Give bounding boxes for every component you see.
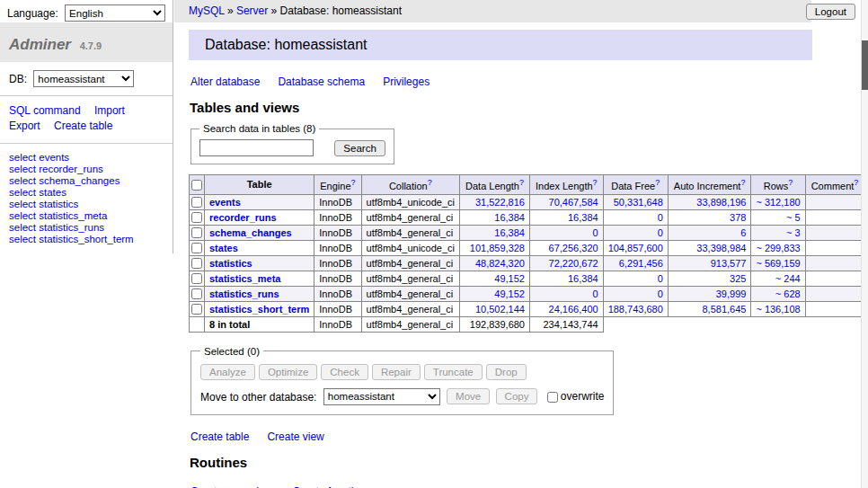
index-length-link[interactable]: 0 xyxy=(593,288,598,299)
column-help-link[interactable]: ? xyxy=(428,178,432,187)
table-name-link[interactable]: statistics_short_term xyxy=(209,304,309,315)
logout-button[interactable]: Logout xyxy=(806,4,855,20)
breadcrumb-link[interactable]: Server xyxy=(236,4,268,17)
column-help-link[interactable]: ? xyxy=(740,178,745,187)
data-length-link[interactable]: 48,824,320 xyxy=(475,258,525,269)
table-name-link[interactable]: statistics_runs xyxy=(209,288,279,299)
row-checkbox[interactable] xyxy=(191,212,202,223)
search-input[interactable] xyxy=(199,139,314,156)
row-checkbox[interactable] xyxy=(191,304,202,315)
db-action-link[interactable]: Privileges xyxy=(383,75,430,88)
sidebar-action-link[interactable]: Create table xyxy=(54,120,112,132)
db-action-link[interactable]: Alter database xyxy=(190,75,260,88)
rows-link[interactable]: ~ 244 xyxy=(775,273,801,284)
index-length-link[interactable]: 72,220,672 xyxy=(549,258,598,269)
index-length-link[interactable]: 67,256,320 xyxy=(549,243,598,253)
auto-increment-link[interactable]: 378 xyxy=(730,212,746,223)
app-name-link[interactable]: Adminer xyxy=(9,36,71,53)
db-select[interactable]: homeassistant xyxy=(33,70,134,87)
overwrite-checkbox[interactable] xyxy=(547,392,558,403)
data-length-link[interactable]: 16,384 xyxy=(494,212,525,223)
data-length-link[interactable]: 101,859,328 xyxy=(470,243,525,253)
row-checkbox[interactable] xyxy=(191,243,202,253)
sidebar-table-link[interactable]: select statistics xyxy=(9,199,164,210)
create-link[interactable]: Create view xyxy=(267,430,323,443)
row-checkbox[interactable] xyxy=(191,197,202,208)
row-checkbox[interactable] xyxy=(191,227,202,238)
row-checkbox[interactable] xyxy=(191,288,202,299)
data-free-link[interactable]: 0 xyxy=(658,227,663,238)
search-button[interactable]: Search xyxy=(334,140,385,156)
sidebar-action-link[interactable]: Import xyxy=(94,104,125,117)
row-checkbox[interactable] xyxy=(191,258,202,269)
data-length-link[interactable]: 16,384 xyxy=(494,227,525,238)
row-checkbox[interactable] xyxy=(191,273,202,284)
column-help-link[interactable]: ? xyxy=(593,178,598,187)
sidebar-table-link[interactable]: select states xyxy=(9,187,164,199)
rows-link[interactable]: ~ 136,108 xyxy=(756,304,800,315)
index-length-link[interactable]: 16,384 xyxy=(568,212,598,223)
sidebar-action-link[interactable]: SQL command xyxy=(9,104,81,117)
check-button[interactable]: Check xyxy=(321,364,368,380)
copy-button[interactable]: Copy xyxy=(496,388,538,404)
analyze-button[interactable]: Analyze xyxy=(200,364,255,380)
breadcrumb-link[interactable]: MySQL xyxy=(189,4,225,17)
index-length-link[interactable]: 70,467,584 xyxy=(549,197,598,208)
data-free-link[interactable]: 0 xyxy=(658,288,663,299)
move-db-select[interactable]: homeassistant xyxy=(323,388,440,405)
language-select[interactable]: English xyxy=(65,4,165,22)
routine-link[interactable]: Create procedure xyxy=(190,485,274,488)
move-button[interactable]: Move xyxy=(447,388,490,404)
data-length-link[interactable]: 10,502,144 xyxy=(475,304,525,315)
sidebar-table-link[interactable]: select statistics_short_term xyxy=(9,234,164,245)
column-help-link[interactable]: ? xyxy=(655,178,660,187)
data-free-link[interactable]: 188,743,680 xyxy=(608,304,663,315)
sidebar-table-link[interactable]: select statistics_meta xyxy=(9,210,164,222)
rows-link[interactable]: ~ 3 xyxy=(786,227,801,238)
column-help-link[interactable]: ? xyxy=(854,178,858,187)
table-name-link[interactable]: states xyxy=(209,243,238,253)
data-free-link[interactable]: 104,857,600 xyxy=(608,243,663,253)
data-length-link[interactable]: 31,522,816 xyxy=(475,197,525,208)
sidebar-action-link[interactable]: Export xyxy=(9,120,40,132)
select-all-checkbox[interactable] xyxy=(191,180,202,191)
drop-button[interactable]: Drop xyxy=(486,364,527,380)
table-name-link[interactable]: statistics xyxy=(209,258,252,269)
rows-link[interactable]: ~ 299,833 xyxy=(756,243,800,253)
column-help-link[interactable]: ? xyxy=(519,178,524,187)
data-length-link[interactable]: 49,152 xyxy=(494,288,525,299)
scrollbar[interactable] xyxy=(861,0,868,488)
rows-link[interactable]: ~ 5 xyxy=(786,212,801,223)
db-action-link[interactable]: Database schema xyxy=(278,75,365,88)
index-length-link[interactable]: 16,384 xyxy=(568,273,598,284)
sidebar-table-link[interactable]: select schema_changes xyxy=(9,175,164,187)
scrollbar-thumb[interactable] xyxy=(862,40,868,90)
sidebar-table-link[interactable]: select statistics_runs xyxy=(9,222,164,234)
auto-increment-link[interactable]: 8,581,645 xyxy=(702,304,746,315)
truncate-button[interactable]: Truncate xyxy=(424,364,483,380)
data-free-link[interactable]: 50,331,648 xyxy=(614,197,663,208)
table-name-link[interactable]: events xyxy=(209,197,241,208)
auto-increment-link[interactable]: 913,577 xyxy=(711,258,747,269)
table-name-link[interactable]: statistics_meta xyxy=(209,273,281,284)
table-name-link[interactable]: recorder_runs xyxy=(209,212,277,223)
optimize-button[interactable]: Optimize xyxy=(259,364,317,380)
routine-link[interactable]: Create function xyxy=(292,485,365,488)
table-name-link[interactable]: schema_changes xyxy=(209,227,292,238)
data-free-link[interactable]: 0 xyxy=(658,273,663,284)
create-link[interactable]: Create table xyxy=(190,430,249,443)
column-help-link[interactable]: ? xyxy=(351,178,356,187)
rows-link[interactable]: ~ 312,180 xyxy=(756,197,800,208)
column-help-link[interactable]: ? xyxy=(788,178,793,187)
sidebar-table-link[interactable]: select recorder_runs xyxy=(9,164,164,175)
data-free-link[interactable]: 6,291,456 xyxy=(619,258,663,269)
auto-increment-link[interactable]: 33,398,984 xyxy=(696,243,746,253)
data-free-link[interactable]: 0 xyxy=(658,212,663,223)
data-length-link[interactable]: 49,152 xyxy=(494,273,525,284)
rows-link[interactable]: ~ 628 xyxy=(775,288,801,299)
auto-increment-link[interactable]: 6 xyxy=(740,227,746,238)
index-length-link[interactable]: 24,166,400 xyxy=(549,304,598,315)
auto-increment-link[interactable]: 325 xyxy=(730,273,746,284)
rows-link[interactable]: ~ 569,159 xyxy=(756,258,800,269)
auto-increment-link[interactable]: 33,898,196 xyxy=(696,197,746,208)
